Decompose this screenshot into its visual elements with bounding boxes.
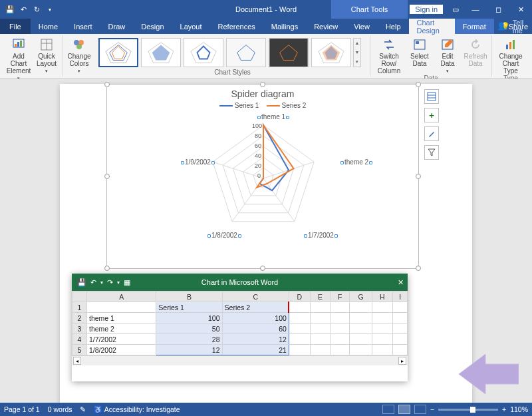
tab-references[interactable]: References bbox=[210, 19, 263, 34]
excel-redo-icon[interactable]: ↷ bbox=[107, 278, 113, 287]
cell[interactable]: 21 bbox=[222, 345, 289, 355]
cell[interactable]: 12 bbox=[156, 345, 222, 355]
cell[interactable]: 1/8/2002 bbox=[87, 345, 156, 355]
resize-handle[interactable] bbox=[104, 82, 110, 87]
cell[interactable] bbox=[289, 313, 310, 323]
col-header[interactable]: C bbox=[222, 292, 289, 302]
scroll-right-icon[interactable]: ▸ bbox=[398, 357, 406, 365]
view-web-layout[interactable] bbox=[414, 405, 426, 414]
cell[interactable] bbox=[289, 323, 310, 334]
chart-object[interactable]: Spider diagram Series 1 Series 2 theme 1… bbox=[106, 84, 419, 269]
row-header[interactable]: 3 bbox=[72, 323, 87, 334]
resize-handle[interactable] bbox=[416, 266, 421, 271]
col-header[interactable]: F bbox=[331, 292, 350, 302]
cell[interactable] bbox=[350, 334, 372, 345]
cell[interactable] bbox=[289, 334, 310, 345]
tab-layout[interactable]: Layout bbox=[172, 19, 210, 34]
minimize-button[interactable]: — bbox=[464, 0, 487, 19]
row-header[interactable]: 4 bbox=[72, 334, 87, 345]
tab-design[interactable]: Design bbox=[133, 19, 172, 34]
chart-style-2[interactable] bbox=[141, 38, 181, 67]
chart-style-3[interactable] bbox=[184, 38, 223, 67]
share-button[interactable]: 👤Share bbox=[497, 19, 528, 34]
status-accessibility[interactable]: ♿ Accessibility: Investigate bbox=[94, 405, 180, 414]
cell[interactable] bbox=[310, 345, 331, 355]
tab-mailings[interactable]: Mailings bbox=[263, 19, 306, 34]
cell[interactable]: Series 2 bbox=[222, 302, 289, 313]
cell[interactable]: 50 bbox=[156, 323, 222, 334]
cell[interactable] bbox=[350, 313, 372, 323]
excel-close-button[interactable]: ✕ bbox=[398, 278, 404, 287]
tab-home[interactable]: Home bbox=[31, 19, 66, 34]
ribbon-display-options-icon[interactable]: ▭ bbox=[447, 0, 464, 19]
chart-styles-more[interactable]: ▲▼▾ bbox=[353, 38, 361, 67]
cell[interactable] bbox=[372, 345, 393, 355]
cell[interactable] bbox=[393, 323, 408, 334]
chart-style-6[interactable] bbox=[311, 38, 351, 67]
resize-handle[interactable] bbox=[104, 266, 110, 271]
excel-hscroll[interactable]: ◂ ▸ bbox=[72, 355, 408, 365]
add-chart-element-button[interactable]: Add Chart Element▾ bbox=[5, 37, 32, 81]
chart-style-1[interactable] bbox=[98, 38, 138, 67]
cell[interactable]: 60 bbox=[222, 323, 289, 334]
close-button[interactable]: ✕ bbox=[509, 0, 532, 19]
cell[interactable]: 1/7/2002 bbox=[87, 334, 156, 345]
sign-in-button[interactable]: Sign in bbox=[410, 5, 443, 14]
cell[interactable]: 100 bbox=[222, 313, 289, 323]
cell[interactable] bbox=[87, 302, 156, 313]
col-header[interactable]: H bbox=[372, 292, 393, 302]
layout-options-button[interactable] bbox=[424, 89, 439, 104]
resize-handle[interactable] bbox=[260, 266, 265, 271]
cell[interactable]: 12 bbox=[222, 334, 289, 345]
quick-layout-button[interactable]: Quick Layout▾ bbox=[33, 37, 60, 74]
cell[interactable] bbox=[372, 323, 393, 334]
status-page[interactable]: Page 1 of 1 bbox=[4, 405, 40, 413]
cell[interactable] bbox=[289, 302, 310, 313]
redo-icon[interactable]: ↻ bbox=[31, 3, 43, 15]
cell[interactable] bbox=[310, 302, 331, 313]
cell[interactable] bbox=[331, 302, 350, 313]
chart-legend[interactable]: Series 1 Series 2 bbox=[107, 99, 418, 112]
cell[interactable] bbox=[350, 323, 372, 334]
cell[interactable] bbox=[372, 302, 393, 313]
cell[interactable]: 28 bbox=[156, 334, 222, 345]
chart-style-5[interactable] bbox=[269, 38, 309, 67]
cell[interactable] bbox=[310, 334, 331, 345]
col-header[interactable]: B bbox=[156, 292, 222, 302]
resize-handle[interactable] bbox=[416, 82, 421, 87]
excel-undo-icon[interactable]: ↶ bbox=[90, 278, 96, 287]
cell[interactable]: theme 2 bbox=[87, 323, 156, 334]
zoom-out-button[interactable]: − bbox=[430, 405, 434, 413]
tab-insert[interactable]: Insert bbox=[66, 19, 100, 34]
chart-styles-button[interactable] bbox=[424, 126, 439, 141]
maximize-button[interactable]: ◻ bbox=[487, 0, 509, 19]
excel-grid[interactable]: ABCDEFGHI1Series 1Series 22theme 1100100… bbox=[72, 291, 408, 355]
row-header[interactable]: 5 bbox=[72, 345, 87, 355]
undo-icon[interactable]: ↶ bbox=[17, 3, 29, 15]
view-print-layout[interactable] bbox=[398, 405, 410, 414]
cell[interactable] bbox=[393, 302, 408, 313]
select-data-button[interactable]: Select Data bbox=[406, 37, 433, 67]
chart-elements-button[interactable]: ＋ bbox=[424, 108, 439, 122]
tab-draw[interactable]: Draw bbox=[100, 19, 134, 34]
cell[interactable] bbox=[350, 345, 372, 355]
cell[interactable] bbox=[289, 345, 310, 355]
tab-file[interactable]: File bbox=[0, 19, 31, 34]
tab-view[interactable]: View bbox=[346, 19, 378, 34]
cell[interactable] bbox=[310, 323, 331, 334]
document-area[interactable]: Spider diagram Series 1 Series 2 theme 1… bbox=[0, 79, 532, 403]
change-chart-type-button[interactable]: Change Chart Type bbox=[495, 37, 527, 75]
cell[interactable]: 100 bbox=[156, 313, 222, 323]
cell[interactable] bbox=[393, 345, 408, 355]
tab-chart-design[interactable]: Chart Design bbox=[409, 19, 455, 34]
cell[interactable] bbox=[310, 313, 331, 323]
zoom-in-button[interactable]: + bbox=[502, 405, 506, 413]
cell[interactable] bbox=[350, 302, 372, 313]
zoom-slider[interactable] bbox=[438, 409, 498, 411]
excel-redo-dropdown[interactable]: ▾ bbox=[117, 280, 120, 286]
chart-data-sheet[interactable]: 💾 ↶ ▾ ↷ ▾ ▦ Chart in Microsoft Word ✕ AB… bbox=[72, 274, 408, 381]
cell[interactable]: Series 1 bbox=[156, 302, 222, 313]
excel-edit-in-excel-icon[interactable]: ▦ bbox=[124, 278, 130, 287]
status-proofing-icon[interactable]: ✎ bbox=[80, 405, 86, 413]
tab-help[interactable]: Help bbox=[378, 19, 409, 34]
